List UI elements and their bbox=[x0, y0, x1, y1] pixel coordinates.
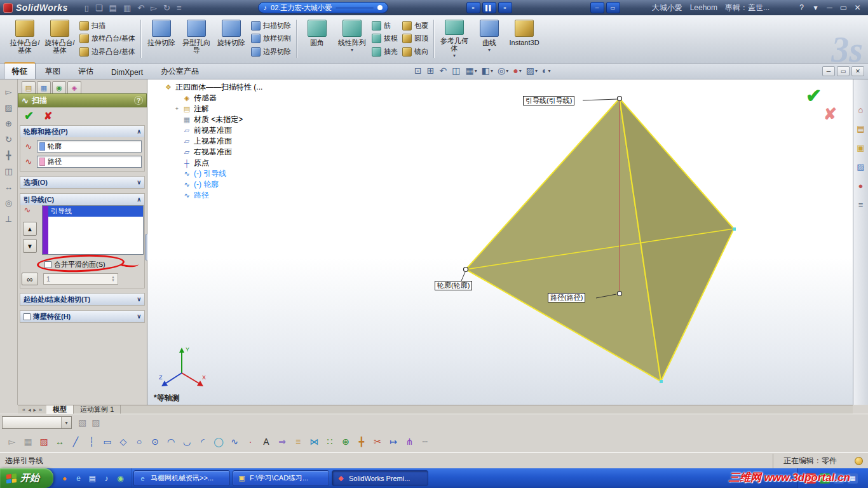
select-icon[interactable]: ▻ bbox=[6, 87, 12, 97]
pushpin-icon[interactable]: ▾ bbox=[810, 3, 821, 12]
close-icon[interactable]: ✕ bbox=[852, 3, 863, 12]
thin-feature-checkbox[interactable] bbox=[24, 313, 31, 320]
merge-smooth-faces-checkbox[interactable] bbox=[44, 261, 51, 268]
headsup-tool[interactable]: ◧▾ bbox=[482, 65, 493, 76]
headsup-tool[interactable]: ⊡ bbox=[414, 65, 423, 76]
tree-expander[interactable] bbox=[174, 160, 180, 166]
trim-entities-icon[interactable]: ✂ bbox=[370, 435, 384, 449]
lofted-boss-button[interactable]: 放样凸台/基体 bbox=[78, 32, 137, 45]
thin-feature-header[interactable]: 薄壁特征(H) ∨ bbox=[20, 311, 144, 322]
curves-button[interactable]: 曲线▾ bbox=[473, 17, 506, 60]
headsup-tool[interactable]: ▦▾ bbox=[465, 65, 477, 76]
guide-curves-list[interactable]: 引导线 bbox=[42, 205, 144, 255]
model-tab[interactable]: 模型 bbox=[46, 405, 74, 414]
tab-dimxpert[interactable]: DimXpert bbox=[103, 65, 151, 79]
configurationmanager-tab-icon[interactable]: ◉ bbox=[52, 81, 66, 93]
profile-selection-field[interactable]: 轮廓 bbox=[37, 140, 142, 152]
move-entities-icon[interactable]: ╋ bbox=[355, 435, 369, 449]
tab-office-products[interactable]: 办公室产品 bbox=[153, 63, 207, 79]
featuremanager-tab-icon[interactable]: ▤ bbox=[22, 81, 36, 93]
lofted-cut-button[interactable]: 放样切割 bbox=[250, 32, 292, 45]
rotate-view-icon[interactable]: ↻ bbox=[5, 135, 12, 144]
spin-down-icon[interactable]: ▼ bbox=[111, 279, 115, 282]
select-arrow-icon[interactable]: ▻ bbox=[151, 3, 157, 13]
tab-nav-arrow-icon[interactable]: ◂ bbox=[28, 407, 31, 413]
help-icon[interactable]: ? bbox=[796, 3, 807, 12]
motion-study-tab[interactable]: 运动算例 1 bbox=[74, 405, 121, 414]
dimxpertmanager-tab-icon[interactable]: ◈ bbox=[67, 81, 81, 93]
taskbar-task-browser[interactable]: e 马棚网机械资讯>>... bbox=[133, 470, 230, 486]
boundary-boss-button[interactable]: 边界凸台/基体 bbox=[78, 46, 137, 58]
perimeter-circle-icon[interactable]: ⊙ bbox=[148, 435, 162, 449]
revolved-boss-button[interactable]: 旋转凸台/基体 bbox=[43, 17, 76, 60]
custom-properties-icon[interactable]: ≡ bbox=[858, 200, 864, 210]
dropdown-arrow-icon[interactable]: ▾ bbox=[535, 68, 538, 74]
circular-pattern-icon[interactable]: ⊛ bbox=[339, 435, 353, 449]
show-desktop-icon[interactable]: ▤ bbox=[87, 473, 98, 484]
measure-icon[interactable]: ↔ bbox=[4, 182, 13, 192]
extruded-boss-button[interactable]: 拉伸凸台/基体 bbox=[8, 17, 41, 60]
construction-geometry-icon[interactable]: ┄ bbox=[418, 435, 432, 449]
collapse-chevron-icon[interactable]: ∧ bbox=[137, 196, 141, 203]
fillet-button[interactable]: 圆角 bbox=[301, 17, 334, 60]
boundary-cut-button[interactable]: 边界切除 bbox=[250, 46, 292, 58]
guide-endpoint-marker[interactable] bbox=[618, 97, 622, 101]
feature-tree-item[interactable]: + ▤ 注解 bbox=[174, 104, 262, 114]
player-restore-icon[interactable]: ▭ bbox=[606, 2, 620, 13]
start-end-tangency-header[interactable]: 起始处/结束处相切(T) ∨ bbox=[20, 294, 144, 305]
headsup-tool[interactable]: ●▾ bbox=[513, 65, 521, 76]
status-sphere-icon[interactable] bbox=[855, 457, 863, 465]
linear-pattern-button[interactable]: 线性阵列▾ bbox=[336, 17, 369, 60]
collapse-chevron-icon[interactable]: ∧ bbox=[137, 128, 141, 135]
path-callout[interactable]: 路径(路径) bbox=[548, 293, 585, 302]
guide-curve-callout[interactable]: 引导线(引导线) bbox=[523, 96, 574, 105]
text-icon[interactable]: A bbox=[259, 435, 273, 449]
headsup-tool[interactable]: ◎▾ bbox=[498, 65, 508, 76]
feature-tree-item[interactable]: ▱ 上视基准面 bbox=[174, 136, 262, 147]
feature-tree-root[interactable]: ❖ 正四面体——扫描特性 (... bbox=[164, 82, 262, 93]
viewport-confirm-cancel-button[interactable]: ✘ bbox=[824, 105, 837, 123]
maximize-icon[interactable]: ▭ bbox=[838, 3, 849, 12]
section-number-spinner[interactable]: 1 ▲▼ bbox=[43, 273, 118, 285]
revolved-cut-button[interactable]: 旋转切除 bbox=[215, 17, 248, 60]
headsup-tool[interactable]: ◐▾ bbox=[542, 65, 550, 76]
appearance-icon[interactable]: ◎ bbox=[5, 198, 12, 208]
swept-cut-button[interactable]: 扫描切除 bbox=[250, 19, 292, 32]
convert-entities-icon[interactable]: ⇒ bbox=[275, 435, 289, 449]
media-seek-track[interactable] bbox=[336, 7, 374, 9]
doc-restore-icon[interactable]: ▭ bbox=[837, 66, 850, 76]
media-player-icon[interactable]: ♪ bbox=[101, 473, 112, 484]
appearances-scenes-icon[interactable]: ● bbox=[858, 181, 864, 191]
dropdown-arrow-icon[interactable]: ▾ bbox=[351, 46, 353, 54]
dropdown-arrow-icon[interactable]: ▾ bbox=[491, 68, 493, 74]
expand-chevron-icon[interactable]: ∨ bbox=[137, 179, 141, 186]
graphics-viewport[interactable]: ❖ 正四面体——扫描特性 (... ◈ 传感器 + ▤ 注解 bbox=[147, 79, 853, 405]
propertymanager-tab-icon[interactable]: ▦ bbox=[37, 81, 51, 93]
dropdown-arrow-icon[interactable]: ▾ bbox=[548, 68, 550, 74]
path-selection-field[interactable]: 路径 bbox=[37, 156, 142, 168]
viewport-confirm-ok-button[interactable]: ✔ bbox=[806, 85, 822, 107]
start-button[interactable]: 开始 bbox=[0, 468, 53, 488]
feature-tree-item[interactable]: ∿ (-) 引导线 bbox=[174, 168, 262, 179]
profile-callout[interactable]: 轮廓(轮廓) bbox=[435, 281, 472, 290]
pan-icon[interactable]: ╋ bbox=[6, 151, 11, 160]
mirror-entities-icon[interactable]: ⋈ bbox=[307, 435, 321, 449]
profile-vertex-marker[interactable] bbox=[464, 268, 468, 272]
hole-wizard-button[interactable]: 异型孔向导 bbox=[180, 17, 213, 60]
ie-icon[interactable]: e bbox=[73, 473, 84, 484]
spinner-arrows[interactable]: ▲▼ bbox=[111, 276, 115, 282]
wrap-button[interactable]: 包覆 bbox=[401, 19, 430, 32]
dome-button[interactable]: 圆顶 bbox=[401, 32, 430, 45]
tree-expander[interactable] bbox=[174, 193, 180, 198]
tab-nav-arrow-icon[interactable]: « bbox=[22, 407, 25, 413]
player-minimize-icon[interactable]: ─ bbox=[590, 2, 604, 13]
media-player-track-bar[interactable]: ♪ 02.王力宏-大城小爱 bbox=[258, 2, 388, 13]
headsup-tool[interactable]: ↶ bbox=[439, 65, 447, 76]
reference-geometry-button[interactable]: 参考几何体▾ bbox=[438, 17, 471, 60]
three-point-arc-icon[interactable]: ◜ bbox=[196, 435, 210, 449]
doc-close-icon[interactable]: ✕ bbox=[851, 66, 864, 76]
feature-tree-item[interactable]: ▦ 材质 <未指定> bbox=[174, 114, 262, 125]
taskbar-task-folder[interactable]: ▣ F:\学习\CAD练习... bbox=[233, 470, 329, 486]
section-icon[interactable]: ◫ bbox=[4, 166, 12, 176]
tangent-arc-icon[interactable]: ◡ bbox=[180, 435, 194, 449]
